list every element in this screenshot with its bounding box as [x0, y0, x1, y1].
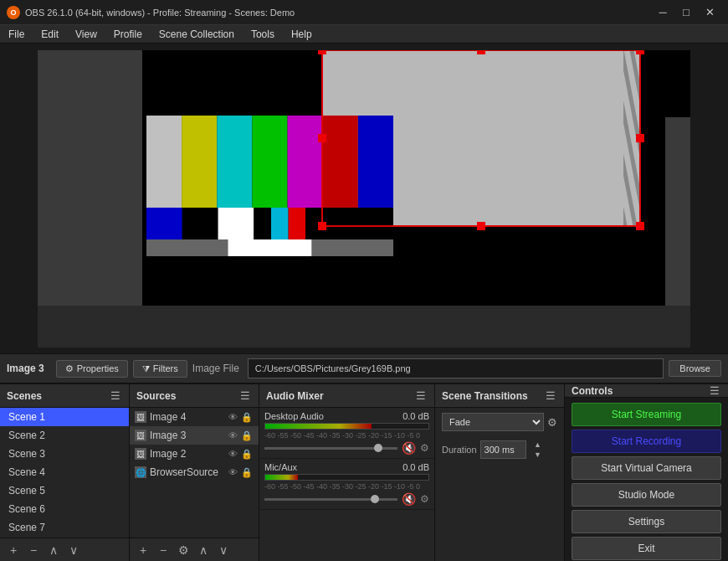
sources-down-button[interactable]: ∨	[215, 542, 232, 558]
mute-button[interactable]: 🔇	[400, 492, 418, 506]
scene-item-4[interactable]: Scene 4	[0, 463, 129, 481]
duration-input[interactable]	[480, 440, 526, 459]
sources-remove-button[interactable]: −	[155, 542, 172, 558]
properties-button[interactable]: ⚙ Properties	[56, 360, 128, 378]
scenes-panel-config-icon[interactable]: ☰	[109, 389, 122, 402]
audio-channel-name: Mic/Aux	[264, 462, 297, 472]
scene-item-2[interactable]: Scene 2	[0, 426, 129, 445]
volume-slider[interactable]	[264, 498, 397, 501]
source-name: BrowserSource	[150, 466, 218, 478]
scenes-add-button[interactable]: +	[5, 542, 22, 558]
transitions-panel-icons: ☰	[544, 389, 557, 402]
controls-panel-config-icon[interactable]: ☰	[708, 384, 721, 397]
volume-slider[interactable]	[264, 447, 397, 450]
audio-header: Mic/Aux 0.0 dB	[264, 462, 429, 472]
db-scale: -60 -55 -50 -45 -40 -35 -30 -25 -20 -15 …	[264, 431, 429, 440]
menu-tools[interactable]: Tools	[243, 25, 283, 43]
filters-button[interactable]: ⧩ Filters	[133, 360, 187, 378]
duration-up-button[interactable]: ▲	[530, 440, 546, 450]
audio-panel-header: Audio Mixer ☰	[259, 384, 434, 408]
close-button[interactable]: ✕	[698, 4, 721, 21]
transition-settings-button[interactable]: ⚙	[547, 416, 557, 429]
scene-item-6[interactable]: Scene 6	[0, 500, 129, 518]
source-name: Image 4	[150, 411, 186, 423]
audio-meter	[264, 474, 429, 481]
source-item-image-2[interactable]: 🖼 Image 2 👁 🔒	[130, 445, 259, 463]
scenes-down-button[interactable]: ∨	[65, 542, 82, 558]
controls-panel-header: Controls ☰	[565, 384, 728, 398]
sources-panel: Sources ☰ 🖼 Image 4 👁 🔒 🖼 Image 3 👁 🔒 🖼 …	[130, 384, 259, 561]
audio-panel-title: Audio Mixer	[266, 390, 324, 402]
source-controls: 👁 🔒	[228, 467, 254, 478]
sources-panel-title: Sources	[136, 390, 176, 402]
gear-icon: ⚙	[65, 363, 74, 374]
scene-item-7[interactable]: Scene 7	[0, 518, 129, 537]
audio-channel-1: Mic/Aux 0.0 dB -60 -55 -50 -45 -40 -35 -…	[259, 459, 434, 510]
sources-up-button[interactable]: ∧	[195, 542, 212, 558]
start-streaming-button[interactable]: Start Streaming	[572, 403, 721, 426]
scene-item-1[interactable]: Scene 1	[0, 408, 129, 426]
scenes-toolbar: + − ∧ ∨	[0, 538, 129, 561]
source-item-image-4[interactable]: 🖼 Image 4 👁 🔒	[130, 408, 259, 426]
source-eye-button[interactable]: 👁	[228, 430, 238, 441]
scene-item-5[interactable]: Scene 5	[0, 481, 129, 500]
transitions-panel-config-icon[interactable]: ☰	[544, 389, 557, 402]
source-lock-button[interactable]: 🔒	[240, 449, 254, 460]
controls-buttons-area: Start StreamingStart RecordingStart Virt…	[565, 398, 728, 561]
duration-label: Duration	[442, 445, 477, 455]
audio-controls: 🔇 ⚙	[264, 492, 429, 506]
source-eye-button[interactable]: 👁	[228, 467, 238, 478]
image-file-label: Image File	[192, 363, 239, 374]
source-item-image-3[interactable]: 🖼 Image 3 👁 🔒	[130, 426, 259, 445]
studio-mode-button[interactable]: Studio Mode	[572, 483, 721, 507]
source-lock-button[interactable]: 🔒	[240, 412, 254, 423]
file-path-input[interactable]	[248, 358, 664, 378]
preview-area	[0, 44, 728, 353]
browse-button[interactable]: Browse	[669, 360, 721, 377]
audio-controls: 🔇 ⚙	[264, 441, 429, 455]
source-item-browsersource[interactable]: 🌐 BrowserSource 👁 🔒	[130, 463, 259, 481]
settings-button[interactable]: Settings	[572, 510, 721, 533]
transition-select[interactable]: Fade Cut Swipe Slide	[442, 413, 544, 431]
controls-panel: Controls ☰ Start StreamingStart Recordin…	[565, 384, 728, 561]
sources-add-button[interactable]: +	[135, 542, 151, 558]
audio-channel-name: Desktop Audio	[264, 411, 324, 421]
scenes-panel: Scenes ☰ Scene 1Scene 2Scene 3Scene 4Sce…	[0, 384, 130, 561]
menu-scene-collection[interactable]: Scene Collection	[151, 25, 243, 43]
audio-settings-button[interactable]: ⚙	[420, 442, 429, 454]
mute-button[interactable]: 🔇	[400, 441, 418, 455]
source-lock-button[interactable]: 🔒	[240, 467, 254, 478]
duration-down-button[interactable]: ▼	[530, 450, 546, 460]
source-type-icon: 🌐	[135, 466, 146, 478]
start-virtual-camera-button[interactable]: Start Virtual Camera	[572, 456, 721, 480]
menu-help[interactable]: Help	[283, 25, 320, 43]
scenes-up-button[interactable]: ∧	[45, 542, 62, 558]
menu-edit[interactable]: Edit	[33, 25, 67, 43]
menu-file[interactable]: File	[0, 25, 33, 43]
source-eye-button[interactable]: 👁	[228, 449, 238, 460]
minimize-button[interactable]: ─	[651, 4, 674, 21]
source-lock-button[interactable]: 🔒	[240, 430, 254, 441]
scene-item-3[interactable]: Scene 3	[0, 445, 129, 463]
audio-meter-fill	[265, 424, 372, 429]
sources-panel-icons: ☰	[238, 389, 252, 402]
source-type-icon: 🖼	[135, 411, 146, 423]
sources-panel-config-icon[interactable]: ☰	[238, 389, 252, 402]
source-eye-button[interactable]: 👁	[228, 412, 238, 423]
start-recording-button[interactable]: Start Recording	[572, 430, 721, 453]
scene-transitions-panel: Scene Transitions ☰ Fade Cut Swipe Slide…	[435, 384, 565, 561]
menu-profile[interactable]: Profile	[105, 25, 151, 43]
exit-button[interactable]: Exit	[572, 537, 721, 560]
audio-panel-config-icon[interactable]: ☰	[414, 389, 428, 402]
maximize-button[interactable]: □	[674, 4, 698, 21]
source-controls: 👁 🔒	[228, 449, 254, 460]
audio-settings-button[interactable]: ⚙	[420, 493, 429, 505]
source-type-icon: 🖼	[135, 448, 146, 460]
menu-view[interactable]: View	[67, 25, 105, 43]
audio-meter	[264, 423, 429, 430]
sources-settings-button[interactable]: ⚙	[175, 542, 192, 558]
audio-db-value: 0.0 dB	[402, 411, 429, 421]
source-controls: 👁 🔒	[228, 430, 254, 441]
audio-db-value: 0.0 dB	[402, 462, 429, 472]
scenes-remove-button[interactable]: −	[25, 542, 42, 558]
